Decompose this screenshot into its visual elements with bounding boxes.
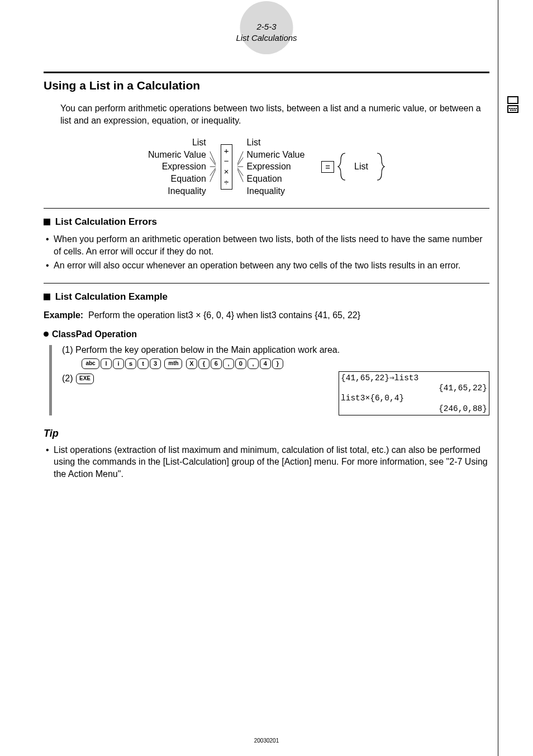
errors-heading: List Calculation Errors	[44, 216, 489, 228]
errors-list: •When you perform an arithmetic operatio…	[46, 233, 489, 272]
diag-left-0: List	[148, 136, 206, 149]
diag-left-4: Inequality	[148, 185, 206, 197]
rule	[44, 208, 489, 209]
bracket-diverge-right	[236, 149, 244, 184]
step-2-prefix: (2)	[62, 374, 73, 383]
bracket-converge-left	[210, 149, 217, 184]
right-curly-brace	[375, 152, 385, 181]
page-header: 2-5-3 List Calculations	[44, 11, 489, 56]
key-comma[interactable]: ,	[223, 358, 234, 369]
mode-icon	[503, 96, 523, 113]
example-line: Example: Perform the operation list3 × {…	[44, 310, 489, 320]
classpad-heading: ClassPad Operation	[44, 329, 489, 339]
tip-heading: Tip	[44, 428, 489, 440]
key-t[interactable]: t	[137, 358, 149, 369]
key-close-brace[interactable]: }	[272, 358, 283, 369]
key-0[interactable]: 0	[235, 358, 246, 369]
key-4[interactable]: 4	[260, 358, 271, 369]
calc-line-2: {41,65,22}	[341, 383, 487, 393]
errors-item-1: An error will also occur whenever an ope…	[54, 259, 460, 272]
example-heading: List Calculation Example	[44, 291, 489, 303]
key-l[interactable]: l	[101, 358, 112, 369]
key-6[interactable]: 6	[211, 358, 222, 369]
diag-left-1: Numeric Value	[148, 149, 206, 161]
tip-text: •List operations (extraction of list max…	[46, 444, 489, 480]
left-curly-brace	[337, 152, 348, 181]
section-name: List Calculations	[44, 32, 489, 44]
calculator-screen: {41,65,22}⇒list3 {41,65,22} list3×{6,0,4…	[339, 371, 489, 415]
step-1: (1) Perform the key operation below in t…	[62, 345, 489, 355]
steps-block: (1) Perform the key operation below in t…	[49, 345, 489, 415]
diag-left-2: Expression	[148, 160, 206, 173]
diag-left-3: Equation	[148, 173, 206, 185]
key-sequence: abclist3 mth X{6,0,4}	[81, 358, 489, 369]
key-open-brace[interactable]: {	[198, 358, 210, 369]
key-comma-2[interactable]: ,	[248, 358, 259, 369]
diag-right-3: Equation	[247, 173, 305, 185]
operator-box: + − × ÷	[221, 144, 232, 190]
calc-line-3: list3×{6,0,4}	[341, 393, 487, 403]
key-3[interactable]: 3	[150, 358, 161, 369]
page-divider	[498, 0, 498, 756]
diag-right-0: List	[247, 136, 305, 149]
rule	[44, 283, 489, 284]
key-i[interactable]: i	[113, 358, 124, 369]
key-abc[interactable]: abc	[82, 358, 99, 369]
page-title: Using a List in a Calculation	[44, 79, 489, 92]
diagram-result: List	[351, 162, 372, 172]
diag-right-2: Expression	[247, 160, 305, 173]
calc-line-4: {246,0,88}	[341, 404, 487, 414]
equals-box: =	[321, 161, 334, 173]
calc-line-1: {41,65,22}⇒list3	[341, 373, 487, 383]
diag-right-1: Numeric Value	[247, 149, 305, 161]
key-multiply[interactable]: X	[186, 358, 197, 369]
errors-item-0: When you perform an arithmetic operation…	[54, 233, 489, 257]
key-s[interactable]: s	[125, 358, 136, 369]
key-exe[interactable]: EXE	[76, 374, 94, 384]
intro-text: You can perform arithmetic operations be…	[60, 102, 489, 126]
footer-code: 20030201	[0, 738, 533, 744]
rule	[44, 72, 489, 73]
diag-right-4: Inequality	[247, 185, 305, 197]
operation-diagram: List Numeric Value Expression Equation I…	[44, 136, 489, 197]
tip-body: List operations (extraction of list maxi…	[54, 444, 489, 480]
key-mth[interactable]: mth	[164, 358, 182, 369]
page-ref: 2-5-3	[44, 21, 489, 32]
